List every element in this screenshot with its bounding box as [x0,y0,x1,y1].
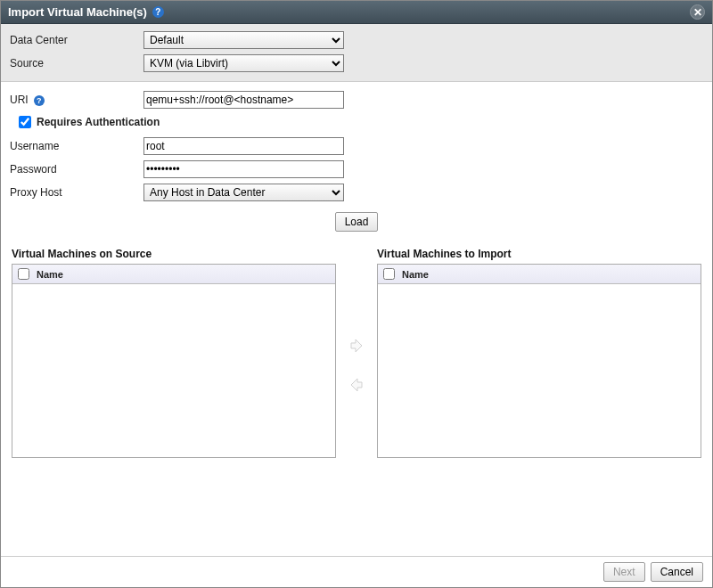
source-list-col: Virtual Machines on Source Name [12,248,336,458]
connection-section: URI ? Requires Authentication Username P… [1,82,712,248]
import-list-box: Name [377,264,701,458]
data-center-label: Data Center [10,34,143,46]
import-list-col: Virtual Machines to Import Name [377,248,701,458]
proxy-host-select[interactable]: Any Host in Data Center [143,184,344,201]
help-icon[interactable]: ? [152,6,164,18]
proxy-host-row: Proxy Host Any Host in Data Center [10,184,703,201]
source-list-title: Virtual Machines on Source [12,248,336,260]
import-vm-dialog: Import Virtual Machine(s) ? ✕ Data Cente… [0,0,713,588]
move-right-button[interactable] [348,337,365,355]
source-list-header: Name [12,265,335,284]
top-section: Data Center Default Source KVM (via Libv… [1,24,712,82]
import-select-all-checkbox[interactable] [383,268,395,280]
requires-auth-label: Requires Authentication [37,116,160,128]
uri-label: URI ? [10,94,143,107]
uri-label-text: URI [10,94,29,106]
username-row: Username [10,137,703,155]
transfer-arrows [336,248,377,394]
arrow-right-icon [348,338,365,354]
source-list-box: Name [12,264,336,458]
password-label: Password [10,163,143,176]
uri-input[interactable] [143,91,344,109]
username-label: Username [10,140,143,152]
close-icon[interactable]: ✕ [690,4,705,20]
data-center-select[interactable]: Default [143,31,344,49]
uri-help-icon[interactable]: ? [34,94,45,107]
password-row: Password [10,160,703,178]
source-select-all-checkbox[interactable] [18,268,29,280]
dialog-footer: Next Cancel [1,556,712,587]
import-col-name: Name [402,269,429,280]
data-center-row: Data Center Default [10,31,703,49]
proxy-host-label: Proxy Host [10,186,143,199]
load-button[interactable]: Load [335,212,379,232]
source-col-name: Name [37,269,63,280]
source-row: Source KVM (via Libvirt) [10,54,703,72]
requires-auth-row: Requires Authentication [19,116,703,128]
lists-section: Virtual Machines on Source Name V [1,248,712,458]
source-select[interactable]: KVM (via Libvirt) [143,54,344,72]
next-button[interactable]: Next [603,562,645,582]
arrow-left-icon [348,377,365,393]
move-left-button[interactable] [348,376,365,394]
source-label: Source [10,57,143,69]
import-list-title: Virtual Machines to Import [377,248,701,260]
titlebar: Import Virtual Machine(s) ? ✕ [1,1,712,24]
load-button-row: Load [10,212,703,232]
username-input[interactable] [143,137,344,155]
import-list-header: Name [378,265,701,284]
cancel-button[interactable]: Cancel [651,562,703,582]
uri-row: URI ? [10,91,703,109]
dialog-title: Import Virtual Machine(s) [8,5,147,19]
requires-auth-checkbox[interactable] [19,116,31,128]
password-input[interactable] [143,160,344,178]
